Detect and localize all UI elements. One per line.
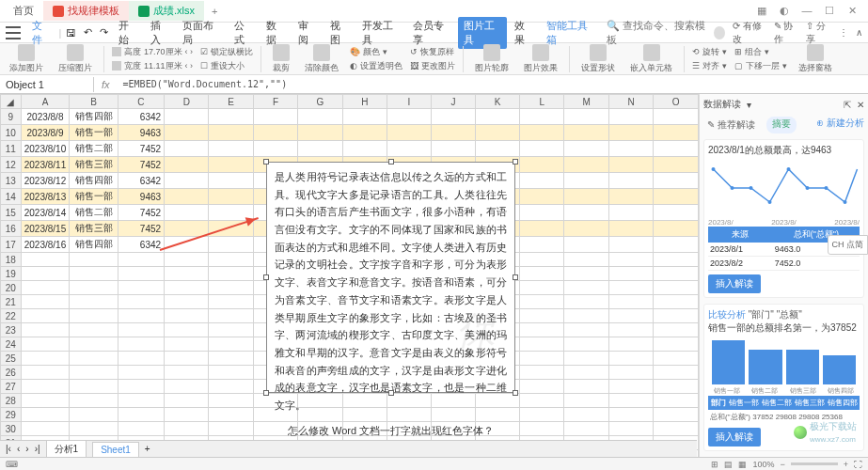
cell[interactable] [564,281,609,295]
name-box[interactable]: Object 1 [0,77,94,92]
cell[interactable] [609,267,654,281]
cell[interactable]: 销售二部 [70,141,118,157]
cell[interactable] [654,352,699,366]
cell[interactable] [564,408,609,422]
cell[interactable] [118,380,164,394]
cell[interactable] [21,253,70,267]
embedded-word-object[interactable]: 是人类用符号记录表达信息以传之久远的方式和工具。现代文字大多是记录语言的工具。人… [266,162,515,393]
cell[interactable] [209,380,253,394]
cell[interactable] [209,237,253,253]
cell[interactable] [520,337,564,352]
cell[interactable]: 销售四部 [70,237,118,253]
add-sheet[interactable]: + [145,444,150,454]
row-header[interactable]: 12 [1,157,22,173]
change-image[interactable]: 🖼 更改图片 [410,60,455,72]
cell[interactable] [609,141,654,157]
cell[interactable] [609,237,654,253]
col-header[interactable]: J [431,95,475,109]
cell[interactable] [209,422,253,436]
cell[interactable] [609,253,654,267]
cell[interactable] [564,157,609,173]
cell[interactable] [431,125,475,141]
cell[interactable] [165,352,209,366]
cell[interactable] [564,189,609,205]
zoom-out[interactable]: − [780,460,784,469]
row-header[interactable]: 27 [1,380,22,394]
cell[interactable] [21,408,70,422]
sheet-nav-first[interactable]: |‹ [6,444,11,454]
cell[interactable] [70,352,118,366]
cell[interactable] [564,109,609,125]
cell[interactable] [342,141,387,157]
cell[interactable] [654,295,699,309]
cell[interactable]: 2023/8/10 [21,141,70,157]
cell[interactable] [209,295,253,309]
minimize-icon[interactable]: — [800,5,813,17]
resize-handle[interactable] [513,274,518,280]
redo-icon[interactable]: ↷ [97,26,111,39]
cell[interactable]: 销售四部 [70,173,118,189]
cell[interactable] [564,394,609,408]
cell[interactable] [654,422,699,436]
row-header[interactable]: 26 [1,366,22,380]
cell[interactable] [209,253,253,267]
cell[interactable] [654,109,699,125]
cell[interactable] [431,109,475,125]
col-header[interactable]: O [654,95,699,109]
cell[interactable] [70,295,118,309]
cell[interactable] [520,237,564,253]
cell[interactable] [609,281,654,295]
cell[interactable] [387,109,431,125]
col-header[interactable]: G [298,95,342,109]
line-chart[interactable] [708,160,860,216]
cell[interactable] [520,380,564,394]
formula-input[interactable]: =EMBED("Word.Document.12","") [118,77,868,91]
row-header[interactable]: 28 [1,394,22,408]
sheet-tab-2[interactable]: Sheet1 [92,442,139,457]
cell[interactable] [118,394,164,408]
combine-dropdown[interactable]: ⊞ 组合 ▾ [734,46,787,58]
menu-layout[interactable]: 页面布局 [177,17,226,49]
cell[interactable] [118,422,164,436]
insert-insight-button-2[interactable]: 插入解读 [708,428,761,446]
cell[interactable] [520,352,564,366]
cell[interactable] [564,323,609,337]
reset-size[interactable]: ☐ 重设大小 [200,60,253,72]
cell[interactable]: 7452 [118,141,164,157]
col-header[interactable]: I [387,95,431,109]
cell[interactable] [609,221,654,237]
cell[interactable] [165,337,209,352]
cell[interactable] [209,408,253,422]
cell[interactable] [165,380,209,394]
cell[interactable] [21,422,70,436]
cell[interactable]: 9463 [118,125,164,141]
cell[interactable]: 2023/8/13 [21,189,70,205]
cell[interactable] [654,205,699,221]
undo-icon[interactable]: ↶ [81,26,95,39]
row-header[interactable]: 16 [1,221,22,237]
view-page-icon[interactable]: ▤ [724,460,733,469]
cell[interactable] [342,109,387,125]
cell[interactable] [475,125,519,141]
cell[interactable]: 7452 [118,205,164,221]
row-header[interactable]: 14 [1,189,22,205]
cell[interactable] [609,189,654,205]
share-button[interactable]: ⇧ 分享 [806,20,831,46]
cell[interactable] [21,337,70,352]
cell[interactable] [520,141,564,157]
cell[interactable] [21,394,70,408]
cell[interactable] [520,309,564,323]
cell[interactable] [70,337,118,352]
row-header[interactable]: 19 [1,267,22,281]
cell[interactable] [564,267,609,281]
app-menu-icon[interactable]: ▦ [755,5,768,17]
cell[interactable] [21,366,70,380]
reset-style[interactable]: ↺ 恢复原样 [410,46,455,58]
sheet-nav-last[interactable]: ›| [35,444,40,454]
height-value[interactable]: 17.70厘米 [144,46,182,58]
new-analysis-button[interactable]: ⊕ 新建分析 [816,117,864,133]
col-header[interactable]: H [342,95,387,109]
row-header[interactable]: 20 [1,281,22,295]
row-header[interactable]: 10 [1,125,22,141]
cell[interactable] [431,141,475,157]
